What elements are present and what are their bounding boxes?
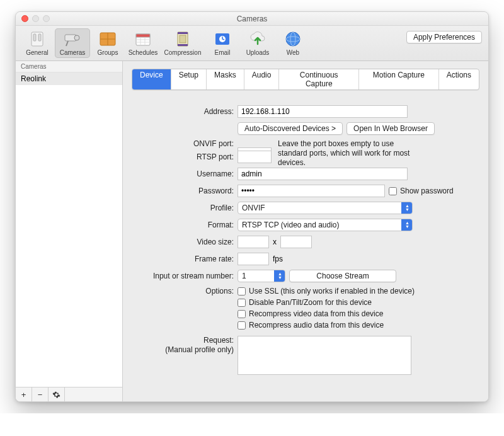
toolbar: General Cameras Groups Schedules Compres… [16,26,488,61]
toolbar-uploads[interactable]: Uploads [240,28,275,58]
compression-icon [173,30,192,48]
minimize-window[interactable] [32,15,39,22]
toolbar-compression[interactable]: Compression [161,28,205,58]
svg-rect-16 [178,32,188,34]
cameras-list[interactable]: Reolink [16,72,122,387]
rtsp-port-input[interactable] [238,151,272,163]
uploads-icon [248,30,267,48]
profile-label: Profile: [132,204,238,212]
choose-stream-button[interactable]: Choose Stream [289,270,396,282]
stream-number-label: Input or stream number: [132,272,238,280]
open-in-browser-button[interactable]: Open In Web Browser [346,122,435,135]
profile-select[interactable]: ONVIF ▲▼ [238,202,413,214]
remove-camera-button[interactable]: − [32,387,49,401]
tab-audio[interactable]: Audio [244,69,280,89]
sidebar-header: Cameras [16,61,122,72]
device-form: Address: Auto-Discovered Devices > Open … [132,105,479,375]
toolbar-cameras-label: Cameras [60,49,86,56]
toolbar-cameras[interactable]: Cameras [55,28,90,58]
format-value: RTSP TCP (video and audio) [242,221,340,229]
zoom-window[interactable] [43,15,50,22]
email-icon [213,30,232,48]
disable-ptz-label: Disable Pan/Tilt/Zoom for this device [249,298,372,307]
recompress-audio-box[interactable] [238,321,246,330]
svg-rect-10 [136,34,150,37]
svg-point-21 [286,32,300,46]
cameras-sidebar: Cameras Reolink + − [16,61,123,401]
address-input[interactable] [238,105,408,118]
show-password-box[interactable] [389,187,397,195]
auto-discovered-button[interactable]: Auto-Discovered Devices > [238,122,343,135]
svg-rect-17 [178,44,188,46]
show-password-checkbox[interactable]: Show password [389,186,454,195]
request-textarea[interactable] [238,336,411,375]
tab-actions[interactable]: Actions [439,69,479,89]
tab-setup[interactable]: Setup [171,69,207,89]
toolbar-web[interactable]: Web [275,28,311,58]
username-label: Username: [132,169,238,178]
tabs: Device Setup Masks Audio Continuous Capt… [132,69,479,90]
recompress-video-box[interactable] [238,310,246,318]
tab-continuous-capture[interactable]: Continuous Capture [279,69,359,89]
frame-rate-label: Frame rate: [132,255,238,263]
recompress-audio-checkbox[interactable]: Recompress audio data from this device [238,321,415,330]
svg-line-5 [66,41,68,46]
recompress-video-label: Recompress video data from this device [249,309,383,318]
username-input[interactable] [238,168,408,180]
tab-motion-capture[interactable]: Motion Capture [359,69,439,89]
titlebar: Cameras [16,12,488,26]
address-label: Address: [132,107,238,116]
toolbar-schedules[interactable]: Schedules [125,28,161,58]
close-window[interactable] [21,15,28,22]
use-ssl-box[interactable] [238,287,246,295]
toolbar-groups[interactable]: Groups [90,28,125,58]
request-label-2: (Manual profile only) [165,345,234,354]
request-label-1: Request: [203,336,234,345]
stream-number-value: 1 [242,272,246,280]
recompress-video-checkbox[interactable]: Recompress video data from this device [238,309,415,318]
video-width-input[interactable] [238,236,269,248]
onvif-label: ONVIF port: [132,139,238,148]
stream-number-select[interactable]: 1 ▲▼ [238,270,285,282]
fps-label: fps [273,255,283,263]
tab-masks[interactable]: Masks [207,69,244,89]
use-ssl-checkbox[interactable]: Use SSL (this only works if enabled in t… [238,287,415,295]
toolbar-general[interactable]: General [20,28,55,58]
toolbar-schedules-label: Schedules [129,49,158,56]
profile-value: ONVIF [242,204,265,212]
camera-item[interactable]: Reolink [16,72,122,85]
video-size-x: x [273,238,277,246]
password-input[interactable] [238,185,385,197]
toolbar-email[interactable]: Email [205,28,240,58]
toolbar-groups-label: Groups [98,49,118,56]
svg-rect-2 [38,34,41,41]
toolbar-web-label: Web [287,49,299,56]
format-label: Format: [132,221,238,229]
toolbar-email-label: Email [214,49,230,56]
svg-rect-1 [33,34,36,41]
frame-rate-input[interactable] [238,253,269,265]
disable-ptz-checkbox[interactable]: Disable Pan/Tilt/Zoom for this device [238,298,415,307]
preferences-window: Cameras General Cameras Groups Schedules [15,11,489,402]
toolbar-general-label: General [26,49,49,56]
password-label: Password: [132,186,238,195]
options-label: Options: [132,287,238,295]
video-size-label: Video size: [132,238,238,246]
request-label: Request: (Manual profile only) [132,336,238,355]
apply-preferences-button[interactable]: Apply Preferences [406,31,482,43]
cameras-icon [63,30,82,48]
format-select[interactable]: RTSP TCP (video and audio) ▲▼ [238,219,413,231]
disable-ptz-box[interactable] [238,299,246,307]
groups-icon [98,30,117,48]
toolbar-uploads-label: Uploads [246,49,270,56]
svg-rect-18 [180,35,186,43]
tab-device[interactable]: Device [132,69,171,89]
svg-point-4 [74,35,79,40]
video-height-input[interactable] [280,236,312,248]
schedules-icon [134,30,152,48]
add-camera-button[interactable]: + [16,387,32,401]
camera-actions-button[interactable] [49,387,65,401]
recompress-audio-label: Recompress audio data from this device [249,321,384,330]
settings-panel: Device Setup Masks Audio Continuous Capt… [123,61,488,401]
general-icon [28,30,47,48]
